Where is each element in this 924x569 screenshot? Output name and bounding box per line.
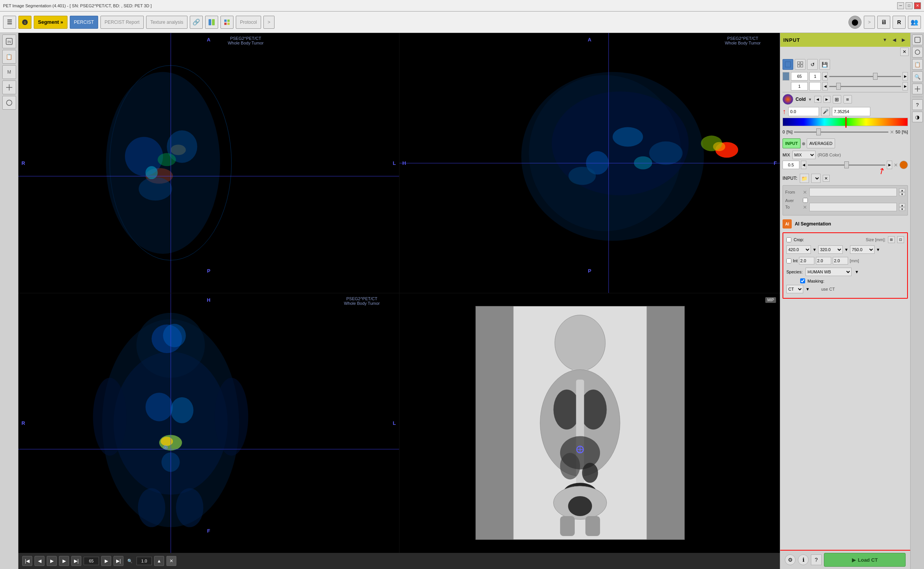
pct-slider[interactable]: [794, 132, 888, 133]
protocol-button[interactable]: Protocol: [236, 16, 261, 29]
to-input[interactable]: [809, 203, 897, 211]
input-folder-btn[interactable]: 📁: [800, 174, 809, 183]
strip-btn-5[interactable]: [912, 84, 923, 94]
compare-button[interactable]: [205, 16, 218, 29]
int-checkbox[interactable]: [786, 258, 791, 263]
zoom-up-button[interactable]: ▲: [154, 556, 164, 566]
monitor-button[interactable]: 🖥: [877, 16, 890, 29]
secondary-right-btn[interactable]: ▶: [903, 82, 908, 90]
mix-slider[interactable]: [808, 164, 885, 166]
viewport-quad-bottom-right[interactable]: MIP: [400, 293, 780, 553]
expand-panel-btn[interactable]: >: [864, 16, 875, 29]
ct-dropdown[interactable]: CT: [786, 285, 803, 293]
slice-input-1[interactable]: [791, 72, 808, 81]
panel-close-button[interactable]: ✕: [900, 48, 909, 56]
left-btn-3[interactable]: M: [2, 65, 16, 79]
left-btn-5[interactable]: [2, 96, 16, 110]
size-lock-btn[interactable]: ⊡: [897, 236, 904, 243]
from-input[interactable]: [809, 188, 897, 196]
viewport-quad-top-left[interactable]: A R L P PSEG2^PET/CT Whole Body Tumor: [18, 33, 399, 293]
frame-number-input[interactable]: [84, 557, 99, 565]
input-tab-btn[interactable]: INPUT: [783, 138, 801, 148]
expand-button[interactable]: >: [263, 16, 275, 29]
left-btn-2[interactable]: 📋: [2, 50, 16, 64]
hamburger-menu-button[interactable]: ☰: [3, 16, 16, 29]
strip-btn-2[interactable]: [912, 47, 923, 58]
strip-btn-7[interactable]: ◑: [912, 112, 923, 122]
left-btn-4[interactable]: [2, 81, 16, 94]
left-btn-1[interactable]: IN: [2, 35, 16, 48]
percist-report-button[interactable]: PERCIST Report: [100, 16, 144, 29]
mix-value-input[interactable]: [783, 161, 799, 169]
secondary-left-btn[interactable]: ◀: [822, 82, 828, 90]
int-input-2[interactable]: [816, 257, 831, 265]
slice-input-2[interactable]: [809, 72, 821, 81]
quad-view-btn[interactable]: [795, 59, 806, 70]
bottom-help-btn[interactable]: ?: [811, 554, 822, 565]
masking-checkbox[interactable]: [800, 278, 805, 283]
colormap-prev-btn[interactable]: ◀: [814, 96, 821, 103]
input-select[interactable]: ▼: [811, 174, 820, 183]
from-up-btn[interactable]: ▲: [899, 188, 905, 192]
strip-btn-3[interactable]: 📋: [912, 59, 923, 70]
link-button[interactable]: 🔗: [190, 16, 203, 29]
secondary-input-1[interactable]: [791, 82, 808, 90]
prev-frame-button[interactable]: ◀: [35, 556, 44, 566]
logo-button[interactable]: S: [18, 16, 31, 29]
dim-3-select[interactable]: 750.0: [850, 245, 875, 254]
from-clear-btn[interactable]: ✕: [803, 189, 807, 195]
mix-right-btn[interactable]: ▶: [887, 161, 892, 169]
averaged-tab-btn[interactable]: AVERAGED: [807, 138, 835, 148]
percist-button[interactable]: PERCIST: [70, 16, 98, 29]
colormap-reset-btn[interactable]: ≡: [843, 95, 852, 104]
to-up-btn[interactable]: ▲: [899, 203, 905, 207]
bottom-info-btn[interactable]: ℹ: [798, 554, 809, 565]
val-from-input[interactable]: [788, 107, 819, 116]
crop-checkbox[interactable]: [786, 237, 791, 242]
pct-clear-btn[interactable]: ✕: [890, 129, 894, 135]
color-gradient-bar[interactable]: [783, 118, 908, 126]
int-input-1[interactable]: [799, 257, 814, 265]
species-dropdown[interactable]: HUMAN WB HUMAN HEAD RAT WB: [806, 268, 852, 276]
from-down-btn[interactable]: ▼: [899, 192, 905, 196]
secondary-slider[interactable]: [829, 86, 901, 87]
dim-2-select[interactable]: 320.0: [818, 245, 843, 254]
aver-checkbox[interactable]: [803, 198, 808, 203]
zoom-input[interactable]: [136, 557, 152, 565]
r-button[interactable]: R: [893, 16, 906, 29]
bottom-settings-btn[interactable]: ⚙: [785, 554, 796, 565]
strip-btn-1[interactable]: [912, 35, 923, 45]
mix-color-btn[interactable]: [899, 161, 908, 169]
to-down-btn[interactable]: ▼: [899, 207, 905, 211]
minimize-button[interactable]: ─: [897, 2, 904, 9]
val-mic-btn[interactable]: 🎤: [821, 107, 830, 116]
viewport-quad-top-right[interactable]: A H F P PSEG2^PET/CT Whole Body Tumor: [400, 33, 780, 293]
maximize-button[interactable]: □: [906, 2, 912, 9]
slice-right-btn[interactable]: ▶: [903, 72, 908, 81]
header-next-btn[interactable]: ▶: [899, 36, 907, 44]
colormap-next-btn[interactable]: ▶: [824, 96, 830, 103]
segment-button[interactable]: Segment »: [34, 16, 67, 29]
close-button[interactable]: ✕: [914, 2, 921, 9]
next-step-button[interactable]: ▶: [101, 556, 111, 566]
play-button[interactable]: ▶: [47, 556, 57, 566]
protocol-icon-button[interactable]: [220, 16, 233, 29]
users-button[interactable]: 👥: [908, 16, 921, 29]
save-view-btn[interactable]: 💾: [819, 59, 830, 70]
colormap-copy-btn[interactable]: ⊞: [833, 95, 841, 104]
viewport-quad-bottom-left[interactable]: H R L F PSEG2^PET/CT Whole Body Tumor ⊕: [18, 293, 399, 553]
mix-clear-btn[interactable]: ✕: [894, 162, 898, 168]
load-ct-button[interactable]: ▶ Load CT: [824, 553, 906, 567]
zoom-down-button[interactable]: ✕: [166, 556, 176, 566]
header-prev-btn[interactable]: ◀: [890, 36, 898, 44]
header-dropdown-btn[interactable]: ▼: [881, 36, 889, 44]
int-input-3[interactable]: [833, 257, 848, 265]
single-view-btn[interactable]: [783, 59, 793, 70]
next-frame-button[interactable]: ▶: [59, 556, 69, 566]
dim-1-select[interactable]: 420.0: [786, 245, 811, 254]
first-frame-button[interactable]: |◀: [22, 556, 32, 566]
size-icon-btn[interactable]: ⊞: [888, 236, 895, 243]
val-to-input[interactable]: [832, 107, 870, 116]
colormap-dropdown-arrow[interactable]: ▼: [808, 97, 812, 102]
last-frame-button[interactable]: ▶|: [71, 556, 81, 566]
